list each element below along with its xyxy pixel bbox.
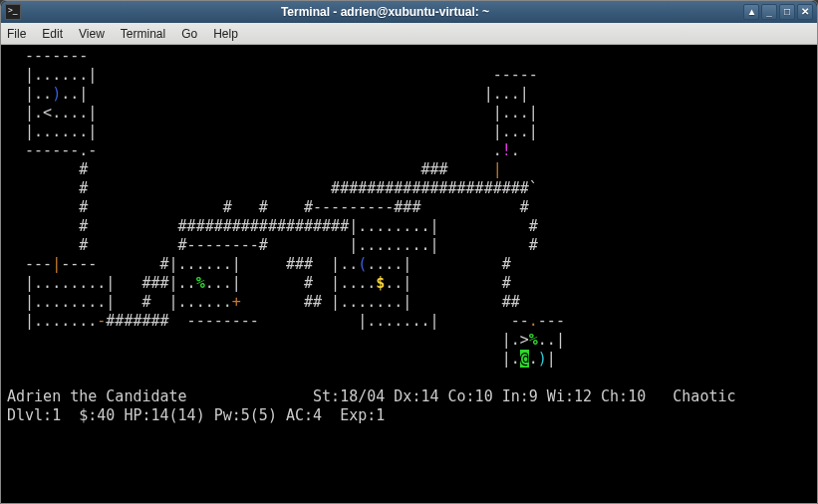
- item-weapon-icon: ): [52, 85, 61, 103]
- door-closed-icon: +: [232, 293, 241, 311]
- menubar: File Edit View Terminal Go Help: [1, 23, 817, 45]
- map-row: |..)..| |...|: [7, 85, 610, 103]
- menu-edit[interactable]: Edit: [42, 27, 63, 41]
- map-row: |.@.)|: [7, 350, 610, 368]
- titlebar[interactable]: Terminal - adrien@xubuntu-virtual: ~ ▴ _…: [1, 1, 817, 23]
- terminal-window: Terminal - adrien@xubuntu-virtual: ~ ▴ _…: [0, 0, 818, 504]
- map-row: |........| ###|..%...| # |....$..| #: [7, 274, 601, 292]
- terminal-viewport[interactable]: ------- |......| ----- |..)..| |...|: [1, 45, 817, 503]
- menu-file[interactable]: File: [7, 27, 26, 41]
- menu-go[interactable]: Go: [181, 27, 197, 41]
- map-row: ---|---- #|......| ### |..(....| #: [7, 255, 601, 273]
- door-icon: .: [529, 312, 538, 330]
- item-potion-icon: !: [502, 141, 511, 159]
- maximize-button[interactable]: □: [779, 4, 795, 20]
- item-gold-icon: $: [376, 274, 385, 292]
- map-row: |......| |...|: [7, 123, 619, 140]
- map-row: |.>%..|: [7, 331, 619, 349]
- map-row: # ###################|........| #: [7, 217, 628, 235]
- shade-button[interactable]: ▴: [743, 4, 759, 20]
- map-row: # ######################`: [7, 179, 619, 197]
- status-line-2: Dlvl:1 $:40 HP:14(14) Pw:5(5) AC:4 Exp:1: [7, 406, 385, 424]
- door-icon: -: [97, 312, 106, 330]
- item-food-icon: %: [529, 331, 538, 349]
- terminal-icon: [5, 4, 21, 20]
- map-row: -------: [7, 47, 619, 65]
- map-row: |........| # |......+ ## |.......| ##: [7, 293, 601, 311]
- menu-help[interactable]: Help: [213, 27, 238, 41]
- map-row: |.<....| |...|: [7, 104, 619, 122]
- item-weapon-icon: (: [358, 255, 367, 273]
- map-row: # #--------# |........| #: [7, 236, 628, 254]
- status-line-1: Adrien the Candidate St:18/04 Dx:14 Co:1…: [7, 387, 736, 405]
- map-row: # ### |: [7, 160, 619, 178]
- player-icon: @: [520, 350, 529, 368]
- map-row: |.......-####### -------- |.......| --.-…: [7, 312, 628, 330]
- map-row: # # # #---------### #: [7, 198, 619, 216]
- menu-terminal[interactable]: Terminal: [121, 27, 165, 41]
- window-controls: ▴ _ □ ✕: [743, 4, 813, 20]
- menu-view[interactable]: View: [79, 27, 105, 41]
- map-row: |......| -----: [7, 66, 619, 84]
- window-title: Terminal - adrien@xubuntu-virtual: ~: [27, 5, 743, 19]
- close-button[interactable]: ✕: [797, 4, 813, 20]
- game-screen: ------- |......| ----- |..)..| |...|: [7, 47, 811, 425]
- map-row: ------.- .!.: [7, 141, 619, 159]
- door-icon: |: [493, 160, 502, 178]
- item-food-icon: %: [196, 274, 205, 292]
- minimize-button[interactable]: _: [761, 4, 777, 20]
- door-icon: |: [52, 255, 61, 273]
- item-weapon-icon: ): [538, 350, 547, 368]
